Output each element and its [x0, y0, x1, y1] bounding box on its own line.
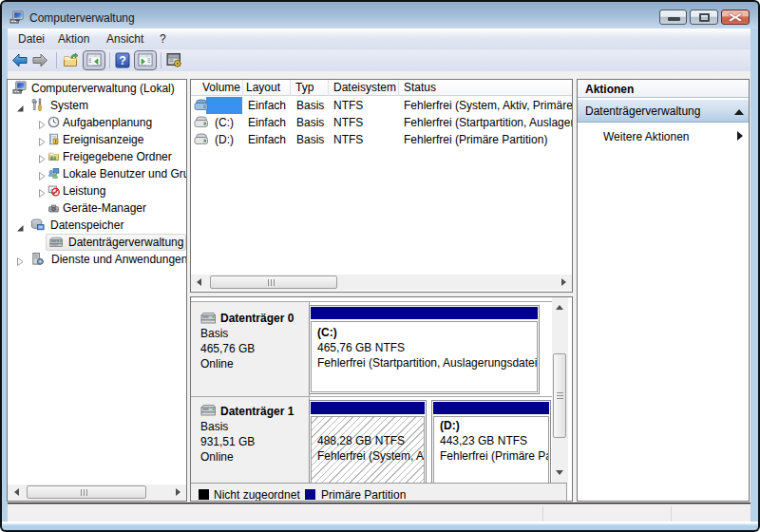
svg-text:?: ? — [119, 54, 126, 67]
